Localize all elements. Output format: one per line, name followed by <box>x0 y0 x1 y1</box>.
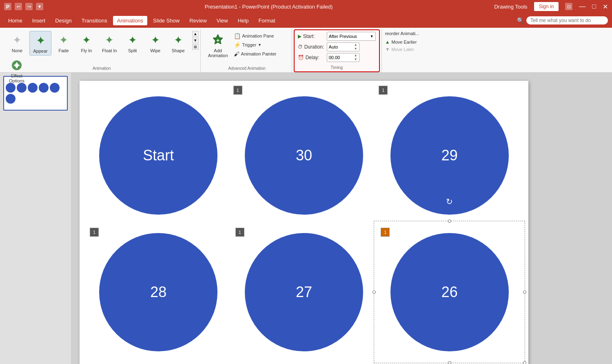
floatin-label: Float In <box>102 48 117 53</box>
animation-wipe-btn[interactable]: ✦ Wipe <box>145 31 166 55</box>
shape-label: Shape <box>172 48 185 53</box>
anim-badge-30: 1 <box>233 86 242 95</box>
trigger-arrow: ▼ <box>258 43 262 47</box>
powerpoint-icon: P <box>4 3 11 10</box>
appear-icon: ✦ <box>33 33 48 48</box>
circle-start[interactable]: Start <box>99 96 217 215</box>
circle-30[interactable]: 30 <box>245 96 363 215</box>
advanced-animation-right: 📋 Animation Pane ⚡ Trigger ▼ 🖌 Animation… <box>232 31 278 58</box>
animation-shape-btn[interactable]: ✦ Shape <box>168 31 189 55</box>
delay-up[interactable]: ▲ <box>354 53 357 58</box>
animation-pane-icon: 📋 <box>234 33 241 39</box>
animation-painter-btn[interactable]: 🖌 Animation Painter <box>232 50 278 58</box>
wipe-icon: ✦ <box>148 33 163 47</box>
move-later-label: Move Later <box>392 47 414 52</box>
none-label: None <box>12 48 22 53</box>
window-title: Presentation1 - PowerPoint (Product Acti… <box>205 4 333 10</box>
menu-help[interactable]: Help <box>234 16 253 25</box>
trigger-label: Trigger <box>242 42 256 47</box>
anim-badge-28: 1 <box>90 228 99 237</box>
customize-icon[interactable]: ▼ <box>36 3 43 10</box>
title-bar: P ↩ ↪ ▼ Presentation1 - PowerPoint (Prod… <box>0 0 612 13</box>
title-bar-right: Drawing Tools Sign in ⊡ — □ ✕ <box>494 2 608 11</box>
menu-review[interactable]: Review <box>185 16 211 25</box>
flyin-icon: ✦ <box>79 33 94 47</box>
circle-start-container: Start <box>88 89 229 222</box>
trigger-icon: ⚡ <box>234 42 241 48</box>
undo-icon[interactable]: ↩ <box>15 3 22 10</box>
anim-badge-27: 1 <box>235 228 244 237</box>
trigger-btn[interactable]: ⚡ Trigger ▼ <box>232 41 278 49</box>
add-animation-label: AddAnimation <box>208 48 228 58</box>
circle-29[interactable]: 29 ↻ <box>390 96 509 215</box>
thumb-circle-3 <box>28 83 38 93</box>
duration-up[interactable]: ▲ <box>354 43 357 47</box>
circle-26-container: 1 26 <box>379 226 520 358</box>
circle-start-label: Start <box>143 147 174 164</box>
animation-appear-btn[interactable]: ✦ Appear <box>29 31 51 55</box>
effect-options-btn[interactable]: EffectOptions <box>7 56 27 85</box>
menu-insert[interactable]: Insert <box>28 16 50 25</box>
anim-badge-29: 1 <box>379 86 388 95</box>
start-dropdown[interactable]: After Previous ▼ <box>327 32 376 41</box>
maximize-button[interactable]: □ <box>592 3 596 10</box>
circle-28[interactable]: 28 <box>99 233 217 351</box>
add-animation-btn[interactable]: + AddAnimation <box>206 31 231 60</box>
fade-label: Fade <box>58 48 69 53</box>
move-later-btn[interactable]: ▼ Move Later <box>385 47 419 52</box>
animation-painter-label: Animation Painter <box>241 51 277 56</box>
slide-panel <box>0 73 71 364</box>
fade-icon: ✦ <box>56 33 71 47</box>
title-bar-left: P ↩ ↪ ▼ <box>4 3 43 10</box>
menu-animations[interactable]: Animations <box>113 16 147 25</box>
minimize-button[interactable]: — <box>579 3 585 10</box>
animation-fade-btn[interactable]: ✦ Fade <box>53 31 74 55</box>
animation-pane-label: Animation Pane <box>242 33 274 38</box>
duration-spin[interactable]: Auto ▲ ▼ <box>327 42 359 51</box>
menu-slideshow[interactable]: Slide Show <box>149 16 184 25</box>
duration-down[interactable]: ▼ <box>354 47 357 51</box>
rotate-cursor-29: ↻ <box>446 197 453 206</box>
circle-26[interactable]: 26 <box>390 233 509 351</box>
menu-transitions[interactable]: Transitions <box>78 16 111 25</box>
close-button[interactable]: ✕ <box>603 3 608 11</box>
sign-in-button[interactable]: Sign in <box>534 2 559 11</box>
animation-flyin-btn[interactable]: ✦ Fly In <box>76 31 97 55</box>
animation-split-btn[interactable]: ✦ Split <box>122 31 143 55</box>
main-area: Start 1 30 1 29 ↻ <box>0 73 612 364</box>
delay-label: Delay: <box>306 55 319 60</box>
menu-view[interactable]: View <box>213 16 232 25</box>
scroll-down-btn[interactable]: ▼ <box>192 38 199 43</box>
thumb-circle-5 <box>50 83 60 93</box>
circle-27-container: 1 27 <box>233 226 375 358</box>
slide-canvas: Start 1 30 1 29 ↻ <box>80 81 528 364</box>
menu-bar: Home Insert Design Transitions Animation… <box>0 13 612 28</box>
advanced-animation-label: Advanced Animation <box>202 66 292 71</box>
move-earlier-icon: ▲ <box>385 39 390 45</box>
redo-icon[interactable]: ↪ <box>25 3 33 10</box>
delay-down[interactable]: ▼ <box>354 58 357 62</box>
reorder-group: reorder Animati... ▲ Move Earlier ▼ Move… <box>381 29 423 72</box>
menu-format[interactable]: Format <box>254 16 279 25</box>
flyin-label: Fly In <box>81 48 92 53</box>
reorder-title: reorder Animati... <box>385 31 419 36</box>
circle-29-label: 29 <box>441 147 458 164</box>
animation-floatin-btn[interactable]: ✦ Float In <box>99 31 120 55</box>
menu-design[interactable]: Design <box>51 16 75 25</box>
drawing-tools-label: Drawing Tools <box>494 4 527 10</box>
circle-27[interactable]: 27 <box>245 233 363 351</box>
ribbon: ✦ None ✦ Appear ✦ Fade ✦ <box>0 28 612 73</box>
ribbon-toggle-icon[interactable]: ⊡ <box>565 3 572 10</box>
shape-icon: ✦ <box>171 33 186 47</box>
scroll-up-btn[interactable]: ▲ <box>192 31 199 37</box>
animation-none-btn[interactable]: ✦ None <box>7 31 28 55</box>
move-earlier-btn[interactable]: ▲ Move Earlier <box>385 39 419 45</box>
menu-home[interactable]: Home <box>4 16 27 25</box>
start-label: Start: <box>303 33 315 39</box>
animation-pane-btn[interactable]: 📋 Animation Pane <box>232 32 278 40</box>
tell-me-input[interactable] <box>526 16 608 24</box>
delay-spin[interactable]: 00.00 ▲ ▼ <box>327 53 359 62</box>
add-animation-icon: + <box>211 33 225 47</box>
more-animations-btn[interactable]: ⊞ <box>192 44 199 50</box>
start-value: After Previous <box>329 34 357 39</box>
